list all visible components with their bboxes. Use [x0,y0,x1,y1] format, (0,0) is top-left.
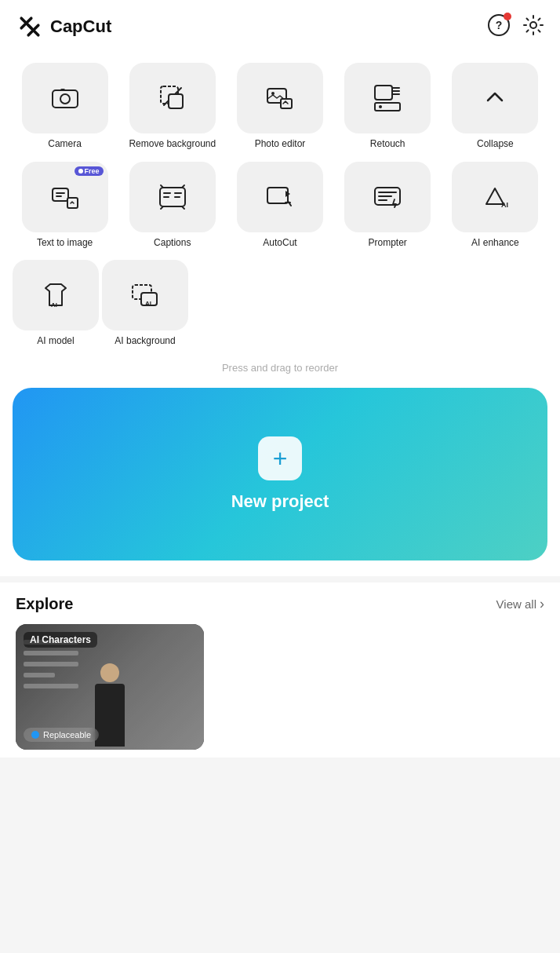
tool-retouch-icon-box [344,63,431,133]
camera-icon [50,83,80,113]
ai-background-icon: AI [130,280,160,310]
tools-row-2: Free Text to image [0,157,560,256]
help-button[interactable]: ? [488,14,510,39]
tool-retouch-label: Retouch [370,138,405,151]
tool-ai-enhance-label: AI enhance [471,237,519,250]
ai-enhance-icon: AI [480,182,510,212]
header-actions: ? [488,14,544,39]
badge-dot [31,731,39,739]
new-project-label: New project [231,491,329,512]
chevron-right-icon: › [540,596,544,612]
tool-ai-model-label: AI model [37,335,74,348]
new-project-button[interactable]: + New project [13,388,547,560]
tool-camera-icon-box [22,63,108,133]
logo: CapCut [16,13,111,41]
tool-captions[interactable]: Captions [120,162,224,250]
tool-ai-background-icon-box: AI [102,260,188,330]
tool-camera-label: Camera [48,138,82,151]
plus-symbol: + [273,446,288,471]
svg-rect-18 [375,103,400,111]
tool-autocut[interactable]: AutoCut [227,162,332,250]
svg-text:AI: AI [145,300,151,307]
svg-point-19 [379,105,382,108]
card-title-badge: AI Characters [24,632,97,648]
svg-rect-13 [169,94,183,108]
tool-captions-label: Captions [154,237,191,250]
app-name: CapCut [50,16,111,37]
svg-rect-17 [375,86,392,100]
explore-header: Explore View all › [16,595,544,613]
captions-icon [158,182,187,212]
tool-prompter-icon-box [344,162,431,232]
autocut-icon [265,182,295,212]
tool-retouch[interactable]: Retouch [336,63,440,151]
tool-ai-background[interactable]: AI AI background [102,260,188,348]
new-project-section: + New project [0,388,560,576]
tool-prompter[interactable]: Prompter [336,162,440,250]
card-bottom-badge: Replaceable [24,728,99,742]
new-project-plus-icon: + [258,436,302,480]
free-badge: Free [75,166,104,176]
gear-icon [522,14,544,36]
collapse-icon [480,83,510,113]
tool-ai-background-label: AI background [115,335,175,348]
svg-rect-16 [281,99,292,108]
tool-remove-background[interactable]: Remove background [120,63,224,151]
tool-text-to-image[interactable]: Free Text to image [13,162,117,250]
tool-ai-model-icon-box: AI [13,260,99,330]
view-all-label: View all [496,597,536,611]
svg-rect-10 [60,89,65,91]
explore-section: Explore View all › AI Characters [0,582,560,758]
prompter-icon [373,182,402,212]
photo-editor-icon [265,83,295,113]
tool-photo-editor-label: Photo editor [255,138,306,151]
tool-collapse-label: Collapse [477,138,514,151]
tools-row-1: Camera Remove background [0,53,560,157]
tool-collapse[interactable]: Collapse [443,63,547,151]
tool-camera[interactable]: Camera [13,63,117,151]
svg-point-7 [530,22,536,28]
text-to-image-icon [50,182,80,212]
tool-remove-bg-icon-box [129,63,216,133]
figure-body [95,684,125,747]
svg-rect-23 [267,188,288,203]
svg-rect-20 [53,188,68,201]
tool-text-to-image-icon-box: Free [22,162,108,232]
drag-hint: Press and drag to reorder [0,351,560,388]
header: CapCut ? [0,0,560,53]
card-badge-label: Replaceable [43,730,91,739]
tool-ai-enhance-icon-box: AI [452,162,538,232]
tool-ai-enhance[interactable]: AI AI enhance [443,162,547,250]
notification-dot [504,13,511,20]
ai-model-icon: AI [41,280,71,310]
explore-title: Explore [16,595,73,613]
tool-text-to-image-label: Text to image [37,237,93,250]
capcut-logo-icon [16,13,44,41]
tool-prompter-label: Prompter [369,237,407,250]
svg-point-9 [60,94,70,104]
remove-bg-icon [158,83,187,113]
explore-card-ai-characters[interactable]: AI Characters Replaceable [16,624,204,750]
tool-remove-bg-label: Remove background [129,138,216,151]
tool-ai-model[interactable]: AI AI model [13,260,99,348]
tool-captions-icon-box [129,162,216,232]
settings-button[interactable] [522,14,544,39]
figure-head [100,663,119,682]
svg-text:AI: AI [51,301,57,309]
tool-photo-editor-icon-box [237,63,323,133]
tool-autocut-label: AutoCut [263,237,296,250]
svg-text:AI: AI [501,201,508,209]
svg-text:?: ? [496,19,503,31]
tool-collapse-icon-box [452,63,538,133]
view-all-button[interactable]: View all › [496,596,544,612]
tool-photo-editor[interactable]: Photo editor [227,63,332,151]
svg-rect-8 [53,90,78,108]
tool-autocut-icon-box [237,162,323,232]
tools-row-3: AI AI model AI AI background [0,255,560,351]
retouch-icon [373,83,402,113]
